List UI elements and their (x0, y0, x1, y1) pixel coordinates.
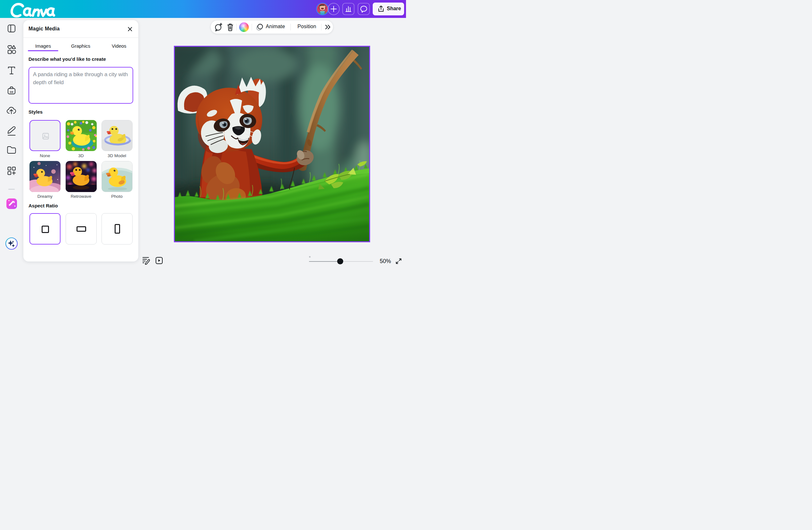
svg-text:co: co (10, 90, 13, 93)
